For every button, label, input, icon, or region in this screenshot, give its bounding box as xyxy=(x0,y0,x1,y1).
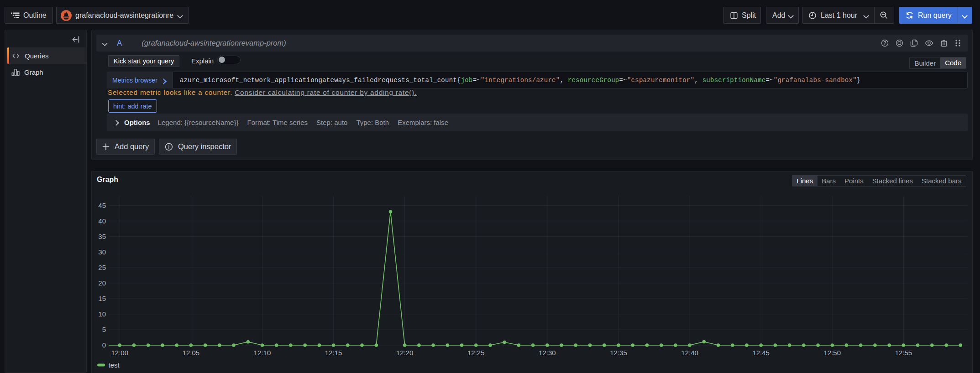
svg-text:10: 10 xyxy=(98,310,106,318)
svg-text:12:30: 12:30 xyxy=(539,349,556,357)
svg-text:45: 45 xyxy=(98,202,106,209)
svg-text:12:25: 12:25 xyxy=(467,349,485,357)
svg-text:12:45: 12:45 xyxy=(752,349,770,357)
svg-text:12:10: 12:10 xyxy=(254,349,271,357)
svg-text:12:55: 12:55 xyxy=(895,349,912,357)
svg-text:12:05: 12:05 xyxy=(183,349,200,357)
svg-text:12:50: 12:50 xyxy=(824,349,841,357)
svg-text:12:20: 12:20 xyxy=(396,349,414,357)
svg-text:0: 0 xyxy=(102,341,106,349)
svg-text:5: 5 xyxy=(102,326,106,333)
svg-text:30: 30 xyxy=(98,248,106,256)
svg-text:12:40: 12:40 xyxy=(681,349,698,357)
svg-text:35: 35 xyxy=(98,233,106,240)
svg-text:40: 40 xyxy=(98,217,106,225)
svg-text:12:00: 12:00 xyxy=(111,349,129,357)
svg-text:test: test xyxy=(109,361,120,369)
svg-text:15: 15 xyxy=(98,295,106,302)
svg-text:12:35: 12:35 xyxy=(610,349,627,357)
svg-text:20: 20 xyxy=(98,279,106,287)
svg-text:12:15: 12:15 xyxy=(325,349,342,357)
svg-text:25: 25 xyxy=(98,264,106,271)
